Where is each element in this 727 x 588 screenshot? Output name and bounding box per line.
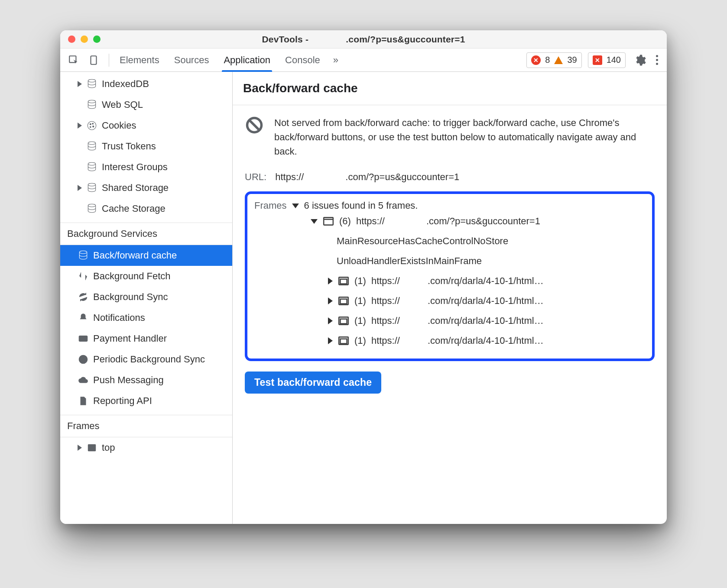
window-controls [60, 36, 101, 43]
url-value: https://.com/?p=us&guccounter=1 [275, 171, 459, 182]
sidebar-item-label: Back/forward cache [93, 250, 177, 261]
frame-count: (1) [354, 315, 366, 326]
iframe-icon [338, 296, 349, 306]
separator [109, 54, 109, 67]
more-options-button[interactable] [652, 55, 662, 65]
sidebar-item-reporting-api[interactable]: Reporting API [60, 391, 232, 411]
frames-summary: 6 issues found in 5 frames. [304, 200, 418, 211]
main-panel: Back/forward cache Not served from back/… [233, 72, 667, 524]
sidebar-item-indexeddb[interactable]: IndexedDB [60, 74, 232, 94]
svg-rect-1 [91, 56, 97, 65]
sidebar-item-label: IndexedDB [102, 78, 149, 90]
frames-issues-box: Frames 6 issues found in 5 frames. (6) h… [245, 191, 655, 361]
cookie-icon [86, 120, 97, 131]
inspect-icon [68, 55, 79, 66]
test-bfcache-button[interactable]: Test back/forward cache [245, 372, 381, 394]
sidebar-item-cache-storage[interactable]: Cache Storage [60, 198, 232, 219]
sidebar-item-background-sync[interactable]: Background Sync [60, 287, 232, 307]
sidebar-item-frame-top[interactable]: top [60, 437, 232, 458]
frame-child-row[interactable]: (1) https://.com/rq/darla/4-10-1/html… [254, 271, 645, 291]
svg-rect-16 [88, 444, 95, 451]
sidebar-item-label: Cookies [102, 120, 136, 131]
url-row: URL: https://.com/?p=us&guccounter=1 [245, 171, 655, 183]
svg-point-5 [90, 123, 91, 125]
svg-point-13 [79, 251, 87, 254]
frame-count: (1) [354, 295, 366, 307]
tab-application[interactable]: Application [222, 48, 272, 71]
sidebar-item-notifications[interactable]: Notifications [60, 307, 232, 328]
frames-label: Frames [254, 200, 287, 211]
database-icon [86, 99, 97, 110]
sidebar-item-trust-tokens[interactable]: Trust Tokens [60, 136, 232, 157]
frame-child-row[interactable]: (1) https://.com/rq/darla/4-10-1/html… [254, 331, 645, 351]
frame-child-row[interactable]: (1) https://.com/rq/darla/4-10-1/html… [254, 291, 645, 311]
clock-icon [78, 354, 89, 365]
svg-point-4 [88, 121, 96, 130]
panel-tabs: Elements Sources Application Console [118, 48, 322, 71]
chevron-down-icon [311, 219, 318, 224]
database-icon [86, 203, 97, 214]
sidebar-item-label: Shared Storage [102, 182, 169, 194]
minimize-window-button[interactable] [81, 36, 88, 43]
devtools-window: DevTools - .com/?p=us&guccounter=1 Eleme… [60, 30, 667, 524]
device-toolbar-button[interactable] [84, 51, 103, 69]
svg-point-3 [88, 100, 95, 103]
warning-count: 39 [567, 55, 577, 65]
issue-icon: ✕ [593, 55, 602, 65]
issues-badge[interactable]: ✕ 140 [588, 52, 626, 68]
sidebar-item-periodic-sync[interactable]: Periodic Background Sync [60, 349, 232, 370]
expand-icon [78, 185, 82, 191]
sidebar-item-label: top [102, 442, 115, 453]
sidebar-item-label: Notifications [93, 312, 145, 323]
svg-rect-14 [79, 336, 88, 342]
tab-console[interactable]: Console [283, 48, 322, 71]
window-title: DevTools - .com/?p=us&guccounter=1 [60, 34, 667, 45]
iframe-icon [338, 316, 349, 326]
database-icon [86, 78, 97, 90]
close-window-button[interactable] [68, 36, 75, 43]
frame-root-row[interactable]: (6) https://.com/?p=us&guccounter=1 [254, 211, 645, 231]
sidebar-item-shared-storage[interactable]: Shared Storage [60, 178, 232, 198]
device-icon [88, 55, 99, 66]
url-label: URL: [245, 171, 266, 182]
storage-group: IndexedDB Web SQL Cookies Trust Tokens [60, 74, 232, 219]
iframe-icon [338, 276, 349, 286]
frame-reason: UnloadHandlerExistsInMainFrame [254, 251, 645, 271]
sidebar-item-push-messaging[interactable]: Push Messaging [60, 370, 232, 391]
svg-rect-26 [340, 339, 347, 344]
maximize-window-button[interactable] [93, 36, 101, 43]
main-header: Back/forward cache [233, 72, 667, 105]
expand-icon [78, 445, 82, 451]
inspect-element-button[interactable] [65, 51, 83, 69]
frame-child-row[interactable]: (1) https://.com/rq/darla/4-10-1/html… [254, 311, 645, 331]
svg-point-12 [88, 204, 95, 207]
tab-sources[interactable]: Sources [172, 48, 211, 71]
sidebar-item-websql[interactable]: Web SQL [60, 94, 232, 115]
frames-summary-row[interactable]: Frames 6 issues found in 5 frames. [254, 200, 645, 211]
sidebar-item-label: Push Messaging [93, 375, 164, 386]
blocked-icon [245, 116, 264, 135]
settings-button[interactable] [633, 54, 646, 67]
errors-warnings-badge[interactable]: ✕ 8 39 [526, 52, 581, 68]
application-sidebar: IndexedDB Web SQL Cookies Trust Tokens [60, 72, 233, 524]
bfcache-notice: Not served from back/forward cache: to t… [245, 116, 655, 158]
devtools-toolbar: Elements Sources Application Console » ✕… [60, 48, 667, 72]
chevron-right-icon [328, 337, 333, 344]
iframe-icon [338, 336, 349, 346]
frame-url: https://.com/rq/darla/4-10-1/html… [371, 315, 544, 326]
sync-icon [78, 291, 89, 303]
database-icon [78, 250, 89, 261]
more-tabs-button[interactable]: » [333, 55, 338, 66]
sidebar-item-background-fetch[interactable]: Background Fetch [60, 266, 232, 287]
tab-elements[interactable]: Elements [118, 48, 161, 71]
database-icon [86, 182, 97, 194]
sidebar-item-bfcache[interactable]: Back/forward cache [60, 245, 232, 266]
titlebar: DevTools - .com/?p=us&guccounter=1 [60, 30, 667, 48]
sidebar-item-cookies[interactable]: Cookies [60, 115, 232, 136]
page-title: Back/forward cache [243, 81, 656, 95]
notice-text: Not served from back/forward cache: to t… [274, 116, 655, 158]
svg-rect-22 [340, 299, 347, 304]
svg-point-2 [88, 79, 95, 82]
sidebar-item-interest-groups[interactable]: Interest Groups [60, 157, 232, 178]
sidebar-item-payment-handler[interactable]: Payment Handler [60, 328, 232, 349]
